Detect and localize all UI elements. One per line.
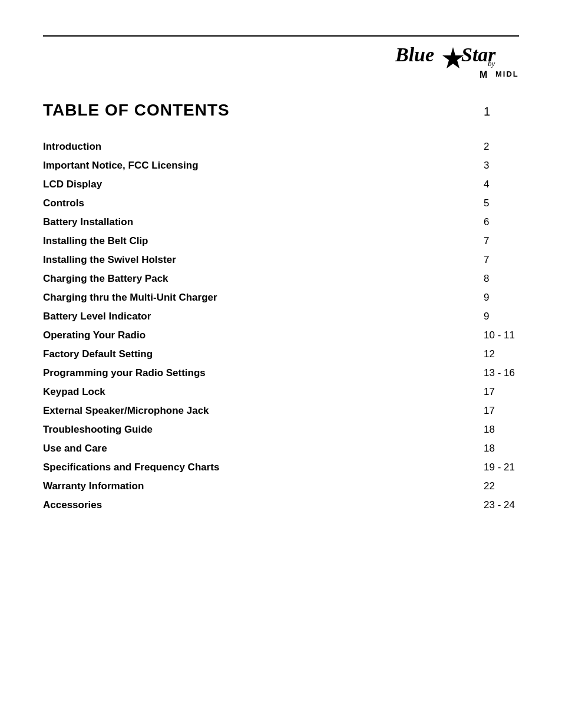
toc-entry: Controls5 bbox=[43, 194, 519, 213]
star-shape bbox=[442, 47, 464, 68]
toc-entry-page: 5 bbox=[472, 197, 519, 209]
toc-entry-label: Use and Care bbox=[43, 443, 472, 454]
toc-entry-page: 17 bbox=[472, 386, 519, 398]
logo-inline: Blue Star by MIDLAND M bbox=[395, 42, 519, 83]
toc-entry-page: 10 - 11 bbox=[472, 330, 519, 341]
toc-entry-page: 19 - 21 bbox=[472, 462, 519, 473]
toc-entry-label: External Speaker/Microphone Jack bbox=[43, 405, 472, 417]
toc-entry-page: 12 bbox=[472, 348, 519, 360]
toc-entry-label: Troubleshooting Guide bbox=[43, 424, 472, 436]
toc-entry-label: Programming your Radio Settings bbox=[43, 367, 472, 379]
toc-entry: Charging the Battery Pack8 bbox=[43, 269, 519, 288]
logo-wrapper: Blue Star by MIDLAND M bbox=[395, 37, 519, 83]
toc-entry: Accessories23 - 24 bbox=[43, 496, 519, 515]
toc-entry-label: Controls bbox=[43, 197, 472, 209]
svg-text:by: by bbox=[488, 59, 495, 68]
toc-entry-page: 4 bbox=[472, 179, 519, 190]
toc-entry: Introduction2 bbox=[43, 137, 519, 156]
toc-entry: Use and Care18 bbox=[43, 439, 519, 458]
toc-entry: LCD Display4 bbox=[43, 175, 519, 194]
toc-entry-page: 8 bbox=[472, 273, 519, 285]
toc-section: TABLE OF CONTENTS 1 Introduction2Importa… bbox=[43, 101, 519, 515]
toc-entry-label: Factory Default Setting bbox=[43, 348, 472, 360]
toc-entry-label: Introduction bbox=[43, 141, 472, 153]
toc-entry: Specifications and Frequency Charts19 - … bbox=[43, 458, 519, 477]
toc-entry: Battery Level Indicator9 bbox=[43, 307, 519, 326]
toc-entry: Troubleshooting Guide18 bbox=[43, 420, 519, 439]
toc-entry: Installing the Belt Clip7 bbox=[43, 232, 519, 251]
toc-entry-page: 9 bbox=[472, 311, 519, 322]
toc-entry: Installing the Swivel Holster7 bbox=[43, 251, 519, 269]
toc-entry-label: Battery Level Indicator bbox=[43, 311, 472, 322]
toc-entry-label: Operating Your Radio bbox=[43, 330, 472, 341]
toc-entry-page: 7 bbox=[472, 254, 519, 266]
toc-entry: Important Notice, FCC Licensing3 bbox=[43, 156, 519, 175]
toc-entry-page: 18 bbox=[472, 424, 519, 436]
toc-entry: Warranty Information22 bbox=[43, 477, 519, 496]
toc-entry-label: Keypad Lock bbox=[43, 386, 472, 398]
toc-entry-page: 2 bbox=[472, 141, 519, 153]
toc-title-row: TABLE OF CONTENTS 1 bbox=[43, 101, 519, 120]
brand-logo: Blue Star by MIDLAND M bbox=[395, 42, 519, 81]
page-container: Blue Star by MIDLAND M TABLE OF bbox=[0, 35, 562, 728]
toc-entry: Operating Your Radio10 - 11 bbox=[43, 326, 519, 345]
svg-text:M: M bbox=[480, 70, 487, 80]
toc-entry-label: Accessories bbox=[43, 499, 472, 511]
toc-entry: Battery Installation6 bbox=[43, 213, 519, 232]
toc-entry-page: 23 - 24 bbox=[472, 499, 519, 511]
svg-text:Blue: Blue bbox=[395, 44, 434, 65]
toc-entry-label: Specifications and Frequency Charts bbox=[43, 462, 472, 473]
toc-entry-label: Charging thru the Multi-Unit Charger bbox=[43, 292, 472, 304]
toc-title: TABLE OF CONTENTS bbox=[43, 101, 230, 120]
toc-entry-page: 6 bbox=[472, 216, 519, 228]
toc-title-page: 1 bbox=[484, 105, 519, 118]
toc-entry-page: 9 bbox=[472, 292, 519, 304]
toc-entry-page: 3 bbox=[472, 160, 519, 172]
toc-entry-page: 13 - 16 bbox=[472, 367, 519, 379]
toc-entry: Keypad Lock17 bbox=[43, 383, 519, 401]
toc-entry-label: LCD Display bbox=[43, 179, 472, 190]
toc-entry-label: Warranty Information bbox=[43, 480, 472, 492]
toc-entry: Programming your Radio Settings13 - 16 bbox=[43, 364, 519, 383]
toc-entries: Introduction2Important Notice, FCC Licen… bbox=[43, 137, 519, 515]
toc-entry-label: Battery Installation bbox=[43, 216, 472, 228]
header-row: Blue Star by MIDLAND M bbox=[43, 37, 519, 83]
toc-entry-page: 17 bbox=[472, 405, 519, 417]
toc-entry-label: Important Notice, FCC Licensing bbox=[43, 160, 472, 172]
toc-entry: Charging thru the Multi-Unit Charger9 bbox=[43, 288, 519, 307]
toc-entry-label: Charging the Battery Pack bbox=[43, 273, 472, 285]
svg-text:MIDLAND: MIDLAND bbox=[495, 70, 519, 78]
toc-entry-label: Installing the Swivel Holster bbox=[43, 254, 472, 266]
toc-entry: External Speaker/Microphone Jack17 bbox=[43, 401, 519, 420]
toc-entry-page: 7 bbox=[472, 235, 519, 247]
toc-entry: Factory Default Setting12 bbox=[43, 345, 519, 364]
toc-entry-label: Installing the Belt Clip bbox=[43, 235, 472, 247]
toc-entry-page: 18 bbox=[472, 443, 519, 454]
toc-entry-page: 22 bbox=[472, 480, 519, 492]
